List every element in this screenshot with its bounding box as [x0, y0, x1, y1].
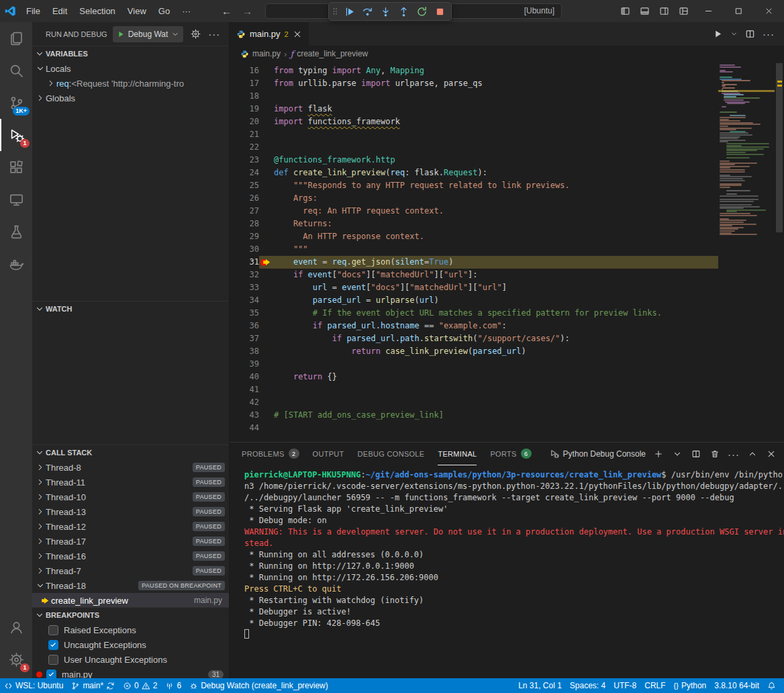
grip-icon[interactable] [331, 6, 340, 17]
new-terminal-button[interactable] [652, 449, 665, 459]
breakpoint-checkbox[interactable] [46, 669, 56, 679]
editor-more-button[interactable]: ··· [763, 29, 775, 39]
status-item[interactable]: 6 [161, 678, 185, 693]
breakpoint-raised-exceptions[interactable]: Raised Exceptions [32, 622, 229, 637]
code-editor[interactable]: 16from typing import Any, Mapping17from … [230, 62, 718, 442]
menu-edit[interactable]: Edit [46, 0, 73, 22]
watch-header[interactable]: WATCH [32, 302, 229, 316]
toggle-panel-button[interactable] [635, 0, 654, 22]
terminal-more-button[interactable]: ··· [728, 449, 740, 459]
breadcrumb-symbol[interactable]: create_link_preview [297, 49, 368, 58]
step-into-button[interactable] [377, 3, 395, 20]
code-line[interactable]: 32 if event["docs"]["matchedUrl"]["url"]… [230, 269, 718, 281]
code-line[interactable]: 28 Returns: [230, 218, 718, 230]
status-item[interactable]: UTF-8 [609, 678, 640, 693]
breakpoint-checkbox[interactable] [48, 625, 58, 635]
code-line[interactable]: 36 if parsed_url.hostname == "example.co… [230, 320, 718, 332]
code-line[interactable]: 29 An HTTP response context. [230, 230, 718, 243]
activity-search[interactable] [0, 54, 32, 87]
editor-scrollbar[interactable] [775, 62, 784, 442]
customize-layout-button[interactable] [674, 0, 693, 22]
debug-config-dropdown[interactable]: Debug Wat [113, 26, 184, 42]
debug-views-more-icon[interactable]: ··· [207, 27, 221, 42]
thread-thread-7[interactable]: Thread-7PAUSED [32, 563, 229, 578]
menu-view[interactable]: View [121, 0, 152, 22]
minimize-button[interactable] [693, 0, 724, 22]
restart-button[interactable] [413, 3, 431, 20]
step-out-button[interactable] [395, 3, 413, 20]
code-line[interactable]: 42 [230, 396, 718, 409]
status-item[interactable]: CRLF [640, 678, 669, 693]
code-line[interactable]: 37 if parsed_url.path.startswith("/suppo… [230, 332, 718, 345]
close-panel-button[interactable] [765, 449, 777, 459]
variables-header[interactable]: VARIABLES [32, 46, 229, 61]
breakpoint-user-uncaught-exceptions[interactable]: User Uncaught Exceptions [32, 652, 229, 667]
code-line[interactable]: 34 parsed_url = urlparse(url) [230, 294, 718, 307]
menu-more[interactable]: ··· [176, 0, 197, 22]
code-line[interactable]: 20import functions_framework [230, 116, 718, 128]
menu-go[interactable]: Go [152, 0, 176, 22]
terminal-picker-chevron[interactable] [671, 449, 683, 459]
status-item[interactable] [763, 678, 780, 693]
minimap[interactable] [718, 62, 775, 442]
maximize-panel-button[interactable] [746, 449, 758, 459]
thread-thread-10[interactable]: Thread-10PAUSED [32, 490, 229, 504]
toggle-secondary-sidebar-button[interactable] [654, 0, 674, 22]
panel-tab-problems[interactable]: PROBLEMS2 [242, 443, 299, 465]
thread-thread-13[interactable]: Thread-13PAUSED [32, 504, 229, 519]
thread-thread-11[interactable]: Thread-11PAUSED [32, 475, 229, 490]
thread-thread-12[interactable]: Thread-12PAUSED [32, 519, 229, 534]
code-line[interactable]: 24def create_link_preview(req: flask.Req… [230, 167, 718, 179]
code-line[interactable]: 30 """ [230, 243, 718, 256]
code-line[interactable]: 39 [230, 358, 718, 371]
code-line[interactable]: 41 [230, 383, 718, 396]
breakpoint-checkbox[interactable] [48, 655, 58, 665]
start-debug-icon[interactable] [117, 30, 125, 38]
debug-settings-gear-icon[interactable] [189, 27, 202, 42]
status-item[interactable]: main* [67, 678, 119, 693]
status-item[interactable]: {}Python [670, 678, 711, 693]
breadcrumb[interactable]: main.py › ƒ create_link_preview [230, 46, 784, 62]
code-line[interactable]: 38 return case_link_preview(parsed_url) [230, 345, 718, 358]
thread-thread-18[interactable]: Thread-18PAUSED ON BREAKPOINT [32, 578, 229, 593]
code-line[interactable]: 21 [230, 128, 718, 141]
code-line[interactable]: 22 [230, 141, 718, 154]
breakpoint-checkbox[interactable] [48, 640, 58, 650]
stack-frame[interactable]: create_link_previewmain.py [32, 593, 229, 607]
status-item[interactable]: Spaces: 4 [566, 678, 609, 693]
activity-explorer[interactable] [0, 22, 32, 54]
activity-accounts[interactable] [0, 611, 32, 643]
toggle-sidebar-button[interactable] [616, 0, 635, 22]
code-line[interactable]: 35 # If the event object URL matches a s… [230, 307, 718, 320]
code-line[interactable]: 23@functions_framework.http [230, 154, 718, 167]
split-terminal-button[interactable] [690, 449, 702, 459]
scrollbar-thumb[interactable] [776, 63, 783, 232]
scope-locals[interactable]: Locals [32, 61, 229, 76]
panel-tab-debug-console[interactable]: DEBUG CONSOLE [358, 443, 425, 465]
status-item[interactable]: 3.8.10 64-bit [710, 678, 763, 693]
code-line[interactable]: 19import flask [230, 103, 718, 116]
run-file-button[interactable] [713, 29, 723, 39]
breakpoint-uncaught-exceptions[interactable]: Uncaught Exceptions [32, 637, 229, 652]
status-item[interactable]: Ln 31, Col 1 [514, 678, 566, 693]
code-line[interactable]: 40 return {} [230, 371, 718, 383]
run-dropdown-chevron[interactable] [730, 30, 738, 38]
nav-back-button[interactable]: ← [222, 5, 232, 17]
kill-terminal-button[interactable] [709, 449, 721, 459]
scope-globals[interactable]: Globals [32, 91, 229, 105]
code-line[interactable]: 44 [230, 422, 718, 434]
continue-button[interactable] [340, 3, 358, 20]
code-line[interactable]: 31 event = req.get_json(silent=True) [230, 256, 718, 269]
nav-forward-button[interactable]: → [242, 5, 252, 17]
terminal[interactable]: pierrick@LAPTOP-HKU5PNNG:~/git/add-ons-s… [230, 465, 784, 678]
thread-thread-8[interactable]: Thread-8PAUSED [32, 460, 229, 475]
callstack-header[interactable]: CALL STACK [32, 445, 229, 460]
activity-settings[interactable]: 1 [0, 643, 32, 676]
close-button[interactable] [754, 0, 784, 22]
split-editor-button[interactable] [745, 29, 755, 39]
activity-extensions[interactable] [0, 151, 32, 183]
menu-file[interactable]: File [20, 0, 46, 22]
status-item[interactable]: WSL: Ubuntu [0, 678, 67, 693]
step-over-button[interactable] [358, 3, 377, 20]
panel-tab-ports[interactable]: PORTS6 [490, 443, 531, 465]
